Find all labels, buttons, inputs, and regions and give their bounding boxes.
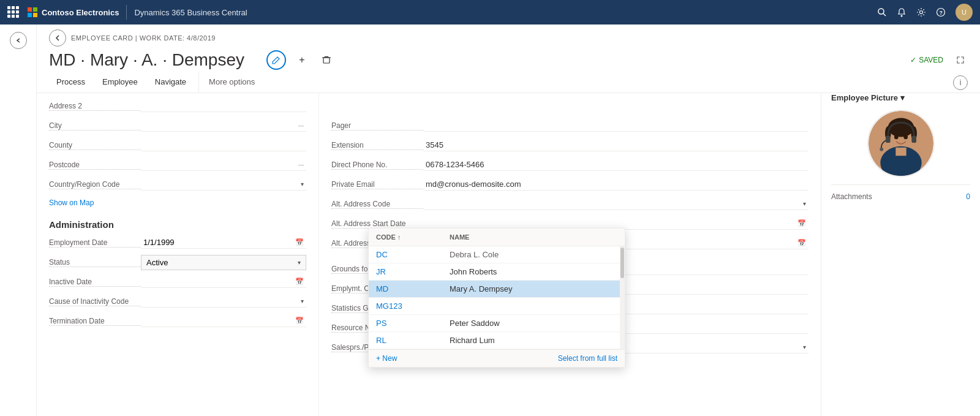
alt-start-date-cal-icon[interactable]: 📅 <box>795 219 809 227</box>
alt-end-date-cal-icon[interactable]: 📅 <box>795 239 809 247</box>
dropdown-row-mg123[interactable]: MG123 <box>369 298 625 315</box>
alt-address-code-arrow[interactable]: ▾ <box>801 200 809 207</box>
city-label: City <box>49 121 141 130</box>
extension-input[interactable] <box>423 139 809 151</box>
city-dots-icon[interactable]: ··· <box>296 122 306 129</box>
menu-tabs: Process Employee Navigate More options i <box>37 70 980 93</box>
country-input[interactable] <box>141 178 298 190</box>
svg-text:?: ? <box>940 10 943 16</box>
edit-button[interactable] <box>266 50 286 70</box>
inactive-date-cal-icon[interactable]: 📅 <box>293 278 306 286</box>
dropdown-row-jr[interactable]: JR John Roberts <box>369 263 625 281</box>
pager-label: Pager <box>331 121 423 130</box>
dropdown-new-button[interactable]: + New <box>376 354 397 363</box>
dropdown-footer: + New Select from full list <box>369 349 625 367</box>
inactive-date-label: Inactive Date <box>49 278 141 287</box>
status-dropdown-arrow[interactable]: ▾ <box>295 259 303 266</box>
county-input[interactable] <box>141 139 306 151</box>
expand-button[interactable] <box>953 53 968 67</box>
svg-point-6 <box>901 15 903 17</box>
private-email-label: Private Email <box>331 180 423 189</box>
page-header: EMPLOYEE CARD | WORK DATE: 4/8/2019 <box>37 25 980 47</box>
add-button[interactable]: + <box>293 51 311 69</box>
dropdown-row-rl[interactable]: RL Richard Lum <box>369 332 625 349</box>
inactive-date-input[interactable] <box>141 276 293 287</box>
address2-input[interactable] <box>141 100 306 112</box>
attachments-label: Attachments <box>831 192 872 201</box>
dropdown-code-dc: DC <box>376 250 450 259</box>
postcode-input[interactable] <box>141 159 296 170</box>
field-city-row: City ··· <box>49 118 306 134</box>
termination-date-cal-icon[interactable]: 📅 <box>293 317 306 325</box>
extension-label: Extension <box>331 141 423 150</box>
waffle-menu-icon[interactable] <box>7 6 20 18</box>
dropdown-scrollbar[interactable] <box>620 246 625 349</box>
employment-date-input[interactable] <box>141 236 293 248</box>
pager-input[interactable] <box>423 119 809 132</box>
svg-rect-18 <box>895 148 906 156</box>
status-input[interactable] <box>144 257 295 268</box>
field-pager-row: Pager <box>331 118 809 134</box>
employee-picture-header[interactable]: Employee Picture ▾ <box>831 93 970 102</box>
dropdown-code-rl: RL <box>376 336 450 345</box>
status-label: Status <box>49 258 141 267</box>
dropdown-name-jr: John Roberts <box>450 267 617 276</box>
dropdown-code-jr: JR <box>376 267 450 276</box>
dropdown-code-mg123: MG123 <box>376 301 450 311</box>
page-title: MD · Mary · A. · Dempsey <box>49 50 244 70</box>
back-button[interactable] <box>49 29 66 47</box>
dropdown-code-ps: PS <box>376 319 450 328</box>
direct-phone-label: Direct Phone No. <box>331 161 423 170</box>
sidebar-back-button[interactable] <box>10 32 27 49</box>
city-input[interactable] <box>141 119 296 131</box>
dropdown-row-ps[interactable]: PS Peter Saddow <box>369 315 625 332</box>
alt-address-code-input[interactable] <box>423 198 801 210</box>
dropdown-code-md: MD <box>376 284 450 293</box>
employee-picture-image <box>867 110 935 177</box>
dropdown-row-md[interactable]: MD Mary A. Dempsey <box>369 281 625 298</box>
svg-point-20 <box>903 135 908 140</box>
search-icon[interactable] <box>877 7 887 17</box>
postcode-dots-icon[interactable]: ··· <box>296 161 306 168</box>
attachments-count: 0 <box>966 192 970 201</box>
form-content: Address 2 City ··· <box>37 93 980 416</box>
picture-divider <box>831 184 970 185</box>
top-nav-bar: Contoso Electronics Dynamics 365 Busines… <box>0 0 980 25</box>
employee-picture-label: Employee Picture <box>831 93 898 102</box>
dropdown-row-dc[interactable]: DC Debra L. Cole <box>369 246 625 263</box>
salesprs-arrow[interactable]: ▾ <box>801 344 809 350</box>
show-on-map-link[interactable]: Show on Map <box>49 196 94 210</box>
dropdown-name-md: Mary A. Dempsey <box>450 284 617 293</box>
cause-inactivity-arrow[interactable]: ▾ <box>298 298 306 304</box>
settings-icon[interactable] <box>916 7 926 17</box>
saved-text: SAVED <box>919 56 943 64</box>
notification-icon[interactable] <box>897 7 907 17</box>
breadcrumb: EMPLOYEE CARD | WORK DATE: 4/8/2019 <box>71 34 216 42</box>
country-dropdown-arrow[interactable]: ▾ <box>298 181 306 187</box>
product-name: Dynamics 365 Business Central <box>134 8 247 17</box>
private-email-input[interactable] <box>423 178 809 191</box>
dropdown-select-full-list[interactable]: Select from full list <box>558 354 617 363</box>
field-cause-inactivity-row: Cause of Inactivity Code ▾ <box>49 293 306 309</box>
svg-rect-0 <box>28 7 32 12</box>
dropdown-scrollbar-thumb <box>620 248 624 278</box>
tab-employee[interactable]: Employee <box>95 72 145 93</box>
employment-date-cal-icon[interactable]: 📅 <box>293 238 306 246</box>
svg-rect-21 <box>885 135 890 143</box>
user-avatar[interactable]: U <box>956 4 973 21</box>
info-button[interactable]: i <box>953 75 968 90</box>
employee-picture-section: Employee Picture ▾ <box>831 93 970 201</box>
delete-button[interactable] <box>318 51 335 69</box>
termination-date-input[interactable] <box>141 315 293 327</box>
tab-process[interactable]: Process <box>49 72 92 93</box>
help-icon[interactable]: ? <box>936 7 946 17</box>
svg-point-23 <box>880 148 883 151</box>
postcode-label: Postcode <box>49 161 141 170</box>
tab-navigate[interactable]: Navigate <box>148 72 194 93</box>
attachments-row: Attachments 0 <box>831 192 970 201</box>
svg-point-7 <box>920 11 923 14</box>
direct-phone-input[interactable] <box>423 159 809 171</box>
brand-logo: Contoso Electronics <box>27 7 119 18</box>
tab-more-options[interactable]: More options <box>198 72 262 93</box>
cause-inactivity-input[interactable] <box>141 295 298 307</box>
